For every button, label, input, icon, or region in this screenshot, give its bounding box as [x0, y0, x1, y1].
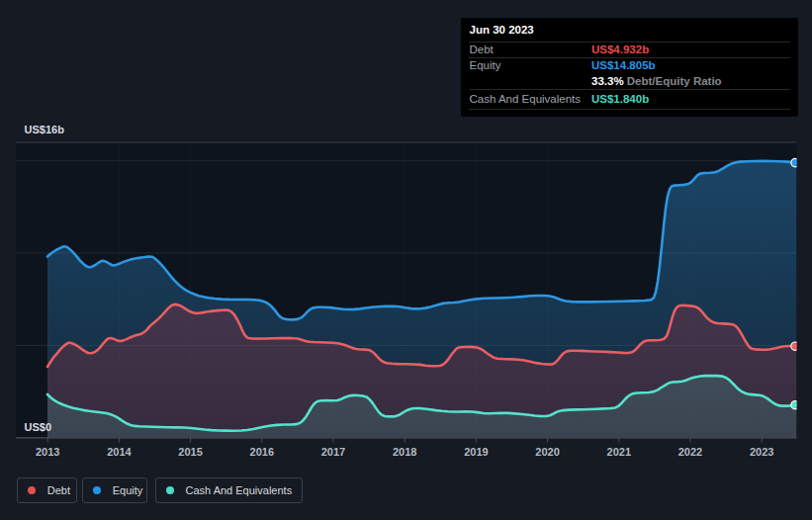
- svg-text:2013: 2013: [36, 446, 59, 458]
- svg-text:US$16b: US$16b: [25, 124, 65, 135]
- svg-text:2014: 2014: [107, 446, 132, 458]
- svg-text:2022: 2022: [678, 446, 702, 458]
- svg-text:2020: 2020: [535, 446, 559, 458]
- svg-text:2019: 2019: [464, 446, 488, 458]
- svg-text:2023: 2023: [750, 446, 773, 458]
- svg-text:2018: 2018: [393, 446, 416, 458]
- svg-text:2015: 2015: [178, 446, 202, 458]
- svg-text:2016: 2016: [250, 446, 274, 458]
- svg-text:2021: 2021: [607, 446, 631, 458]
- svg-text:2017: 2017: [321, 446, 345, 458]
- svg-text:US$0: US$0: [25, 421, 52, 433]
